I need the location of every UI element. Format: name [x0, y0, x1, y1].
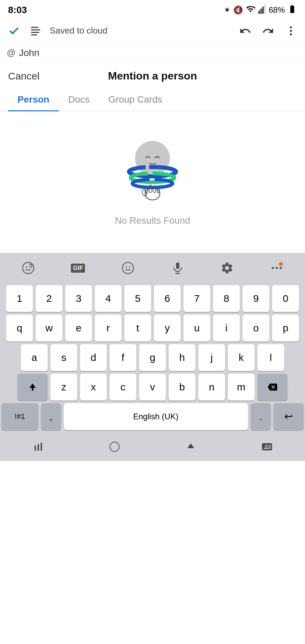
- symbol-key[interactable]: !#1: [1, 403, 38, 430]
- keyboard-row-bottom: !#1 , English (UK) .: [1, 403, 304, 430]
- key-r[interactable]: r: [95, 315, 122, 341]
- tab-person[interactable]: Person: [8, 89, 59, 111]
- key-0[interactable]: 0: [272, 285, 299, 312]
- status-time: 8:03: [8, 5, 27, 15]
- keyboard: 1 2 3 4 5 6 7 8 9 0 q w e r t y u i o p …: [0, 283, 305, 434]
- enter-key[interactable]: [273, 403, 304, 430]
- key-e[interactable]: e: [65, 315, 92, 341]
- signal-icon: [258, 4, 266, 16]
- keyboard-nav-button[interactable]: [261, 441, 273, 453]
- key-m[interactable]: m: [228, 374, 255, 400]
- key-t[interactable]: t: [124, 315, 151, 341]
- back-nav-button[interactable]: [32, 441, 44, 453]
- mic-button[interactable]: [171, 261, 184, 275]
- key-b[interactable]: b: [169, 374, 195, 400]
- shift-key[interactable]: [17, 374, 48, 400]
- tab-group-cards[interactable]: Group Cards: [99, 89, 172, 111]
- mute-icon: 🔇: [233, 5, 243, 15]
- key-s[interactable]: s: [50, 344, 77, 371]
- toolbar: Saved to cloud: [0, 19, 305, 43]
- keyboard-toolbar: GIF: [0, 253, 305, 283]
- svg-point-25: [126, 266, 127, 268]
- key-x[interactable]: x: [80, 374, 107, 400]
- svg-rect-6: [31, 32, 39, 33]
- key-d[interactable]: d: [80, 344, 107, 371]
- tabs-bar: Person Docs Group Cards: [0, 89, 305, 111]
- checkmark-button[interactable]: [7, 23, 21, 38]
- home-nav-button[interactable]: [108, 441, 121, 453]
- svg-point-10: [290, 33, 292, 35]
- svg-rect-3: [264, 4, 266, 14]
- wifi-icon: [246, 4, 255, 16]
- gif-button[interactable]: GIF: [71, 264, 85, 273]
- space-key[interactable]: English (UK): [64, 403, 248, 430]
- svg-rect-2: [262, 7, 264, 14]
- backspace-key[interactable]: [257, 374, 288, 400]
- key-z[interactable]: z: [50, 374, 77, 400]
- redo-button[interactable]: [261, 23, 275, 38]
- key-w[interactable]: w: [36, 315, 62, 341]
- comma-key[interactable]: ,: [41, 403, 61, 430]
- key-g[interactable]: g: [139, 344, 166, 371]
- undo-button[interactable]: [238, 23, 253, 38]
- svg-rect-5: [31, 29, 40, 30]
- svg-point-31: [276, 267, 278, 269]
- key-v[interactable]: v: [139, 374, 166, 400]
- cancel-button[interactable]: Cancel: [8, 70, 80, 82]
- tab-docs[interactable]: Docs: [59, 89, 99, 111]
- svg-point-11: [135, 141, 170, 176]
- svg-rect-7: [31, 34, 37, 35]
- more-toolbar-button[interactable]: [270, 261, 284, 275]
- modal-header: Cancel Mention a person: [0, 63, 305, 89]
- svg-point-36: [110, 442, 119, 451]
- keyboard-row-qwerty: q w e r t y u i o p: [1, 315, 304, 341]
- gif-label: GIF: [71, 264, 85, 273]
- key-h[interactable]: h: [169, 344, 195, 371]
- key-a[interactable]: a: [21, 344, 48, 371]
- key-c[interactable]: c: [110, 374, 136, 400]
- toolbar-right: [238, 23, 298, 38]
- svg-rect-1: [260, 9, 262, 14]
- sticker-button[interactable]: [21, 261, 35, 275]
- key-q[interactable]: q: [6, 315, 33, 341]
- saved-status: Saved to cloud: [50, 25, 107, 36]
- key-8[interactable]: 8: [213, 285, 240, 312]
- key-i[interactable]: i: [213, 315, 240, 341]
- more-options-button[interactable]: [284, 23, 298, 38]
- period-key[interactable]: .: [251, 403, 271, 430]
- recent-nav-button[interactable]: [185, 441, 197, 453]
- key-9[interactable]: 9: [243, 285, 269, 312]
- key-k[interactable]: k: [228, 344, 255, 371]
- key-6[interactable]: 6: [154, 285, 181, 312]
- bluetooth-icon: ✶: [224, 5, 230, 15]
- outline-view-button[interactable]: [28, 23, 43, 38]
- key-1[interactable]: 1: [6, 285, 33, 312]
- at-sign: @: [7, 48, 15, 58]
- key-2[interactable]: 2: [36, 285, 62, 312]
- key-4[interactable]: 4: [95, 285, 122, 312]
- key-y[interactable]: y: [154, 315, 181, 341]
- key-u[interactable]: u: [183, 315, 210, 341]
- key-j[interactable]: j: [198, 344, 225, 371]
- svg-point-32: [279, 267, 282, 269]
- bottom-nav: [0, 434, 305, 461]
- key-o[interactable]: o: [243, 315, 269, 341]
- key-n[interactable]: n: [198, 374, 225, 400]
- key-3[interactable]: 3: [65, 285, 92, 312]
- doc-header: @ John: [0, 43, 305, 63]
- key-p[interactable]: p: [272, 315, 299, 341]
- svg-rect-35: [41, 443, 42, 451]
- key-l[interactable]: l: [257, 344, 284, 371]
- key-f[interactable]: f: [110, 344, 136, 371]
- svg-point-15: [145, 188, 160, 200]
- svg-point-22: [26, 266, 27, 268]
- notification-dot: [279, 262, 283, 266]
- modal-title: Mention a person: [80, 70, 225, 82]
- settings-button[interactable]: [220, 261, 234, 275]
- emoji-button[interactable]: [121, 261, 135, 275]
- key-7[interactable]: 7: [183, 285, 210, 312]
- key-5[interactable]: 5: [124, 285, 151, 312]
- keyboard-row-zxcv: z x c v b n m: [1, 374, 304, 400]
- battery-icon: [288, 4, 297, 16]
- no-results-text: No Results Found: [115, 215, 190, 226]
